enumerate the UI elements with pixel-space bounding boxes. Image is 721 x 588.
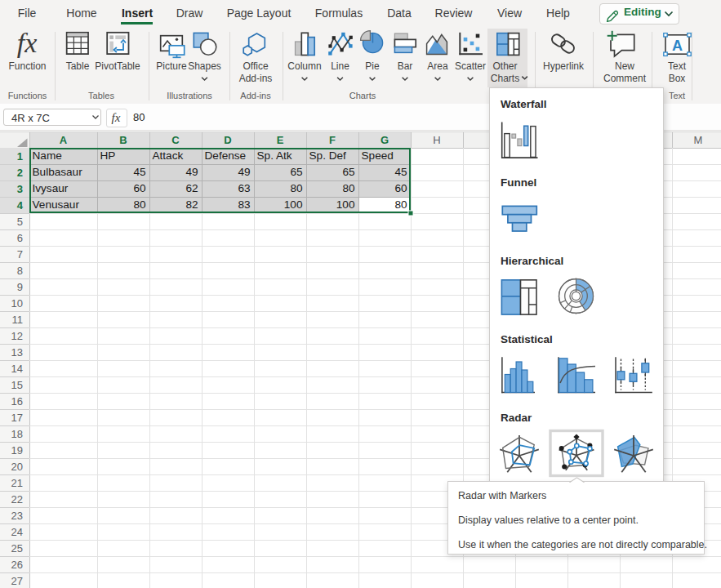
svg-text:20: 20 <box>11 461 23 473</box>
svg-text:19: 19 <box>11 444 23 457</box>
svg-text:C: C <box>171 134 180 146</box>
svg-text:80: 80 <box>133 198 146 211</box>
svg-text:H: H <box>433 134 440 146</box>
svg-text:Sp. Atk: Sp. Atk <box>257 149 292 162</box>
svg-text:Venusaur: Venusaur <box>33 198 80 211</box>
svg-text:Defense: Defense <box>205 149 247 162</box>
svg-text:3: 3 <box>17 183 23 195</box>
svg-text:65: 65 <box>342 166 354 178</box>
svg-text:5: 5 <box>17 216 23 228</box>
svg-text:D: D <box>224 134 231 146</box>
svg-text:15: 15 <box>11 379 23 391</box>
svg-text:27: 27 <box>11 575 23 587</box>
svg-text:E: E <box>277 134 284 146</box>
svg-text:A: A <box>60 134 68 146</box>
svg-text:83: 83 <box>238 198 250 211</box>
svg-text:14: 14 <box>11 363 23 375</box>
svg-text:63: 63 <box>238 182 250 194</box>
svg-text:F: F <box>329 134 336 146</box>
svg-text:A: A <box>672 38 683 54</box>
svg-text:45: 45 <box>133 166 145 178</box>
svg-text:Sp. Def: Sp. Def <box>309 149 347 162</box>
svg-text:12: 12 <box>11 330 23 342</box>
svg-text:62: 62 <box>185 182 198 194</box>
svg-text:24: 24 <box>11 526 23 538</box>
svg-text:80: 80 <box>290 182 303 194</box>
svg-text:80: 80 <box>394 198 407 211</box>
svg-text:16: 16 <box>11 395 23 408</box>
svg-text:21: 21 <box>11 477 23 489</box>
svg-text:fx: fx <box>17 28 38 58</box>
svg-text:49: 49 <box>238 166 250 178</box>
svg-text:18: 18 <box>11 428 23 440</box>
svg-text:49: 49 <box>185 166 198 178</box>
svg-text:17: 17 <box>11 412 23 424</box>
svg-text:9: 9 <box>17 281 23 293</box>
svg-text:6: 6 <box>17 232 23 244</box>
svg-text:M: M <box>694 134 703 146</box>
svg-text:Bulbasaur: Bulbasaur <box>33 166 83 178</box>
svg-text:80: 80 <box>342 182 355 194</box>
svg-text:HP: HP <box>100 149 116 162</box>
svg-text:25: 25 <box>11 542 23 555</box>
svg-text:65: 65 <box>290 166 302 178</box>
svg-text:82: 82 <box>185 198 198 211</box>
svg-text:23: 23 <box>11 510 23 522</box>
svg-text:60: 60 <box>133 182 146 194</box>
svg-text:2: 2 <box>17 167 23 179</box>
svg-text:10: 10 <box>11 297 23 310</box>
svg-text:Ivysaur: Ivysaur <box>33 182 69 194</box>
svg-text:4: 4 <box>17 199 24 212</box>
svg-text:60: 60 <box>394 182 407 194</box>
svg-text:26: 26 <box>11 559 23 571</box>
svg-text:G: G <box>381 134 389 146</box>
svg-text:100: 100 <box>284 198 303 211</box>
svg-text:22: 22 <box>11 493 23 506</box>
svg-text:Name: Name <box>33 149 62 162</box>
svg-text:100: 100 <box>336 198 355 211</box>
svg-text:7: 7 <box>17 248 23 261</box>
svg-text:Attack: Attack <box>153 149 184 162</box>
svg-text:B: B <box>119 134 127 146</box>
svg-text:13: 13 <box>11 346 23 359</box>
svg-text:8: 8 <box>17 265 23 277</box>
svg-text:11: 11 <box>12 314 24 326</box>
svg-text:fx: fx <box>112 111 121 124</box>
svg-text:1: 1 <box>17 150 23 163</box>
svg-text:45: 45 <box>394 166 407 178</box>
svg-text:Speed: Speed <box>362 149 394 162</box>
